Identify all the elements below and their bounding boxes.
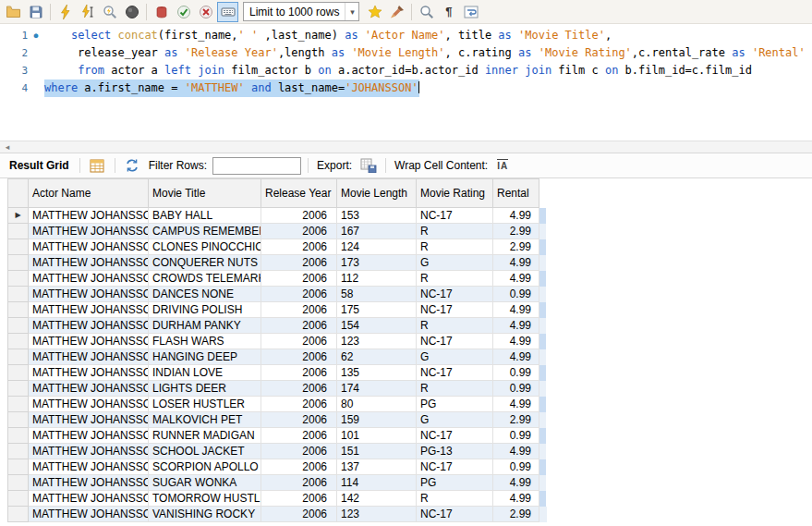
cell-actor-name[interactable]: MATTHEW JOHANSSON [29, 459, 149, 475]
cell-movie-length[interactable]: 114 [337, 475, 417, 491]
column-header-release-year[interactable]: Release Year [261, 179, 337, 208]
cell-movie-length[interactable]: 175 [337, 302, 417, 318]
row-selector[interactable] [8, 318, 29, 334]
execute-current-icon[interactable] [77, 2, 98, 22]
cell-release-year[interactable]: 2006 [261, 255, 337, 271]
cell-rental[interactable]: 0.99 [493, 381, 539, 397]
row-selector[interactable] [8, 491, 29, 507]
table-row[interactable]: MATTHEW JOHANSSONMALKOVICH PET2006159G2.… [8, 412, 547, 428]
cell-movie-title[interactable]: RUNNER MADIGAN [149, 428, 261, 444]
cell-movie-title[interactable]: DANCES NONE [149, 287, 261, 302]
cell-movie-length[interactable]: 123 [337, 334, 417, 349]
table-row[interactable]: MATTHEW JOHANSSONDANCES NONE200658NC-170… [8, 287, 547, 302]
cell-actor-name[interactable]: MATTHEW JOHANSSON [29, 475, 149, 491]
cell-movie-length[interactable]: 112 [337, 271, 417, 287]
row-selector[interactable] [8, 255, 29, 271]
execute-icon[interactable] [55, 2, 76, 22]
cell-rental[interactable]: 0.99 [493, 459, 539, 475]
cell-movie-rating[interactable]: R [417, 491, 493, 507]
cell-movie-title[interactable]: DRIVING POLISH [149, 302, 261, 318]
table-row[interactable]: MATTHEW JOHANSSONCROWDS TELEMARK2006112R… [8, 271, 547, 287]
row-selector[interactable] [8, 459, 29, 475]
cell-movie-length[interactable]: 137 [337, 459, 417, 475]
row-selector[interactable] [8, 365, 29, 381]
cell-movie-length[interactable]: 101 [337, 428, 417, 444]
cell-movie-rating[interactable]: R [417, 224, 493, 239]
cell-movie-rating[interactable]: NC-17 [417, 428, 493, 444]
cell-movie-length[interactable]: 135 [337, 365, 417, 381]
cell-actor-name[interactable]: MATTHEW JOHANSSON [29, 302, 149, 318]
editor-hscrollbar[interactable]: ◂ [0, 141, 812, 153]
cell-movie-length[interactable]: 153 [337, 208, 417, 224]
cell-release-year[interactable]: 2006 [261, 318, 337, 334]
cell-movie-length[interactable]: 159 [337, 412, 417, 428]
column-header-movie-rating[interactable]: Movie Rating [417, 179, 493, 208]
save-snippet-icon[interactable] [364, 2, 385, 22]
row-selector[interactable] [8, 397, 29, 412]
save-script-icon[interactable] [25, 2, 46, 22]
current-row-marker[interactable]: ▶ [8, 208, 29, 224]
table-row[interactable]: MATTHEW JOHANSSONCONQUERER NUTS2006173G4… [8, 255, 547, 271]
cell-rental[interactable]: 4.99 [493, 397, 539, 412]
table-row[interactable]: ▶MATTHEW JOHANSSONBABY HALL2006153NC-174… [8, 208, 547, 224]
cell-movie-rating[interactable]: R [417, 271, 493, 287]
cell-actor-name[interactable]: MATTHEW JOHANSSON [29, 349, 149, 365]
cell-release-year[interactable]: 2006 [261, 381, 337, 397]
cell-rental[interactable]: 4.99 [493, 475, 539, 491]
cell-release-year[interactable]: 2006 [261, 287, 337, 302]
commit-icon[interactable] [173, 2, 194, 22]
cell-rental[interactable]: 0.99 [493, 365, 539, 381]
export-icon[interactable] [358, 155, 379, 176]
filter-rows-input[interactable] [212, 157, 301, 175]
cell-rental[interactable]: 0.99 [493, 428, 539, 444]
cell-release-year[interactable]: 2006 [261, 397, 337, 412]
cell-release-year[interactable]: 2006 [261, 365, 337, 381]
code-line[interactable]: 3 from actor a left join film_actor b on… [0, 62, 812, 80]
cell-movie-rating[interactable]: R [417, 318, 493, 334]
table-row[interactable]: MATTHEW JOHANSSONSCHOOL JACKET2006151PG-… [8, 444, 547, 459]
cell-rental[interactable]: 2.99 [493, 224, 539, 239]
cell-release-year[interactable]: 2006 [261, 507, 337, 522]
cell-movie-title[interactable]: BABY HALL [149, 208, 261, 224]
row-selector[interactable] [8, 475, 29, 491]
row-selector[interactable] [8, 287, 29, 302]
cell-movie-title[interactable]: FLASH WARS [149, 334, 261, 349]
code-line[interactable]: 2 release_year as 'Release Year',length … [0, 44, 812, 62]
cell-release-year[interactable]: 2006 [261, 208, 337, 224]
cell-release-year[interactable]: 2006 [261, 224, 337, 239]
cell-movie-length[interactable]: 124 [337, 239, 417, 255]
cell-actor-name[interactable]: MATTHEW JOHANSSON [29, 334, 149, 349]
code-line[interactable]: 1● select concat(first_name,' ' ,last_na… [0, 27, 812, 44]
cell-rental[interactable]: 2.99 [493, 412, 539, 428]
cell-rental[interactable]: 2.99 [493, 239, 539, 255]
cell-actor-name[interactable]: MATTHEW JOHANSSON [29, 208, 149, 224]
cell-movie-length[interactable]: 123 [337, 507, 417, 522]
cell-movie-rating[interactable]: PG [417, 475, 493, 491]
stop-icon[interactable] [121, 2, 142, 22]
scroll-left-icon[interactable]: ◂ [0, 141, 15, 153]
column-header-movie-length[interactable]: Movie Length [337, 179, 417, 208]
cell-actor-name[interactable]: MATTHEW JOHANSSON [29, 428, 149, 444]
cell-rental[interactable]: 0.99 [493, 287, 539, 302]
cell-movie-title[interactable]: MALKOVICH PET [149, 412, 261, 428]
table-row[interactable]: MATTHEW JOHANSSONDRIVING POLISH2006175NC… [8, 302, 547, 318]
select-all-corner[interactable] [8, 179, 29, 208]
cell-movie-rating[interactable]: G [417, 412, 493, 428]
cell-movie-length[interactable]: 167 [337, 224, 417, 239]
cell-movie-rating[interactable]: G [417, 255, 493, 271]
code-line[interactable]: 4where a.first_name = 'MATTHEW' and last… [0, 80, 812, 97]
row-selector[interactable] [8, 334, 29, 349]
cell-rental[interactable]: 4.99 [493, 255, 539, 271]
cell-release-year[interactable]: 2006 [261, 334, 337, 349]
cell-movie-title[interactable]: CROWDS TELEMARK [149, 271, 261, 287]
row-selector[interactable] [8, 239, 29, 255]
cell-actor-name[interactable]: MATTHEW JOHANSSON [29, 255, 149, 271]
cell-movie-title[interactable]: SUGAR WONKA [149, 475, 261, 491]
cell-movie-length[interactable]: 142 [337, 491, 417, 507]
stop-on-error-icon[interactable] [151, 2, 172, 22]
column-header-movie-title[interactable]: Movie Title [149, 179, 261, 208]
cell-actor-name[interactable]: MATTHEW JOHANSSON [29, 287, 149, 302]
cell-actor-name[interactable]: MATTHEW JOHANSSON [29, 365, 149, 381]
cell-rental[interactable]: 4.99 [493, 349, 539, 365]
explain-icon[interactable] [99, 2, 120, 22]
